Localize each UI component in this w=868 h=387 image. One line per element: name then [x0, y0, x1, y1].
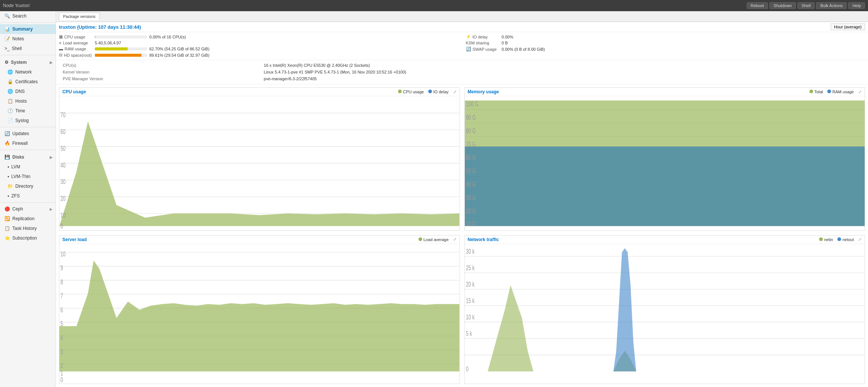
sidebar-certs-label: Certificates — [15, 79, 38, 84]
cpu-chart-zoom[interactable]: ⤢ — [453, 90, 457, 94]
cpu-usage-stat: ▦ CPU usage 0.00% of 16 CPU(s) — [59, 34, 458, 40]
network-chart-zoom[interactable]: ⤢ — [858, 237, 862, 242]
sidebar-item-firewall[interactable]: 🔥 Firewall — [0, 138, 56, 148]
kernel-label: Kernel Version — [61, 69, 262, 75]
netin-dot — [819, 237, 823, 241]
svg-text:10 k: 10 k — [466, 313, 475, 321]
stats-right-col: ⚡ IO delay 0.00% KSM sharing 0 B 🔄 SWAP … — [466, 34, 865, 58]
svg-text:20 G: 20 G — [466, 207, 476, 215]
svg-text:30: 30 — [60, 178, 66, 185]
server-load-zoom[interactable]: ⤢ — [453, 237, 457, 242]
load-avg-value: 5.40,5.06,4.97 — [95, 41, 458, 45]
time-selector-button[interactable]: Hour (average) — [831, 24, 865, 30]
sidebar-lvm-label: LVM — [11, 164, 20, 169]
tab-package-versions[interactable]: Package versions — [59, 13, 100, 20]
sidebar-item-directory[interactable]: 📁 Directory — [0, 181, 56, 191]
svg-text:15 k: 15 k — [466, 297, 475, 305]
reboot-button[interactable]: Reboot — [747, 2, 768, 9]
sidebar-item-summary[interactable]: 📊 Summary — [0, 24, 56, 34]
cpu-chart-title: CPU usage — [62, 89, 86, 94]
page-title: truxton (Uptime: 107 days 11:30:44) — [59, 24, 141, 30]
ram-usage-area — [465, 147, 865, 226]
cpu-chart-legend: CPU usage IO delay ⤢ — [398, 90, 456, 94]
sidebar-separator-4 — [0, 150, 56, 150]
shutdown-button[interactable]: Shutdown — [769, 2, 796, 9]
syslog-icon: 📄 — [7, 118, 13, 123]
system-icon: ⚙ — [4, 60, 9, 65]
server-load-title: Server load — [62, 237, 87, 242]
sidebar-item-updates[interactable]: 🔄 Updates — [0, 129, 56, 138]
swap-value: 0.00% (0 B of 8.00 GiB) — [502, 47, 865, 52]
zfs-icon: ▪ — [7, 193, 9, 199]
help-button[interactable]: Help — [848, 2, 865, 9]
netin-legend: netin — [819, 237, 833, 242]
cpu-usage-bar-container — [95, 35, 147, 38]
cpu-chart-body: 70 60 50 40 30 20 10 0 2022-12-19 00:49:… — [59, 96, 460, 230]
sidebar-item-ceph[interactable]: 🔴 Ceph ▶ — [0, 204, 56, 214]
sidebar-item-shell[interactable]: >_ Shell — [0, 44, 56, 53]
server-load-header: Server load Load average ⤢ — [59, 235, 460, 244]
memory-chart-panel: Memory usage Total RAM usage ⤢ — [464, 87, 865, 231]
sidebar-item-time[interactable]: 🕐 Time — [0, 106, 56, 116]
svg-text:8: 8 — [60, 278, 63, 285]
memory-chart-svg: 100 G 90 G 80 G 70 G 60 G 50 G 40 G 30 G… — [465, 96, 865, 230]
io-delay-label: ⚡ IO delay — [466, 34, 500, 39]
ram-legend: RAM usage — [827, 90, 854, 94]
sidebar-item-network[interactable]: 🌐 Network — [0, 67, 56, 77]
io-icon: ⚡ — [466, 34, 471, 39]
svg-text:30 G: 30 G — [466, 194, 476, 202]
sidebar-hosts-label: Hosts — [15, 99, 27, 104]
shell-button[interactable]: Shell — [797, 2, 815, 9]
bulk-actions-button[interactable]: Bulk Actions — [816, 2, 847, 9]
sidebar-item-zfs[interactable]: ▪ ZFS — [0, 191, 56, 201]
ram-legend-dot — [827, 90, 831, 93]
sidebar-item-search[interactable]: 🔍 Search — [0, 11, 56, 21]
hosts-icon: 📋 — [7, 99, 13, 104]
hd-space-stat: ⊟ HD space(root) 89.61% (29.54 GiB of 32… — [59, 52, 458, 58]
svg-text:5: 5 — [60, 320, 63, 328]
network-chart-header: Network traffic netin netout ⤢ — [465, 235, 865, 244]
sidebar-lvmthin-label: LVM-Thin — [11, 174, 30, 179]
sidebar-zfs-label: ZFS — [11, 193, 20, 199]
svg-text:20 k: 20 k — [466, 281, 475, 288]
io-legend-dot: IO delay — [428, 90, 448, 94]
network-icon: 🌐 — [7, 69, 13, 75]
sidebar-item-hosts[interactable]: 📋 Hosts — [0, 96, 56, 106]
svg-text:2: 2 — [60, 362, 63, 369]
sidebar-item-certificates[interactable]: 🔒 Certificates — [0, 77, 56, 87]
sidebar-notes-label: Notes — [12, 36, 24, 41]
sidebar-updates-label: Updates — [12, 131, 29, 136]
sidebar-item-lvmthin[interactable]: ▪ LVM-Thin — [0, 172, 56, 181]
server-load-legend: Load average ⤢ — [419, 237, 456, 242]
lvmthin-icon: ▪ — [7, 174, 9, 179]
network-chart-body: 30 k 25 k 20 k 15 k 10 k 5 k 0 — [465, 244, 865, 384]
summary-icon: 📊 — [4, 26, 10, 32]
kernel-value: Linux 5.4.73-1-pve #1 SMP PVE 5.4.73-1 (… — [262, 69, 863, 75]
memory-chart-zoom[interactable]: ⤢ — [858, 90, 862, 94]
subscription-icon: ⭐ — [4, 235, 10, 241]
ksm-label: KSM sharing — [466, 41, 500, 45]
sidebar-item-task-history[interactable]: 📋 Task History — [0, 224, 56, 233]
replication-icon: 🔁 — [4, 216, 10, 221]
svg-text:100 G: 100 G — [466, 100, 478, 108]
content-area: Package versions truxton (Uptime: 107 da… — [56, 11, 868, 387]
pve-row: PVE Manager Version pve-manager/6.3-2/22… — [61, 76, 863, 82]
disks-expand-icon: ▶ — [50, 155, 53, 159]
memory-chart-legend: Total RAM usage ⤢ — [809, 90, 862, 94]
svg-text:20: 20 — [60, 195, 66, 202]
sidebar-item-disks[interactable]: 💾 Disks ▶ — [0, 152, 56, 162]
system-info-table: CPU(s) 16 x Intel(R) Xeon(R) CPU E5530 @… — [60, 62, 864, 82]
sidebar-item-subscription[interactable]: ⭐ Subscription — [0, 233, 56, 243]
sidebar-item-lvm[interactable]: ▪ LVM — [0, 162, 56, 172]
sidebar-item-syslog[interactable]: 📄 Syslog — [0, 116, 56, 125]
memory-chart-header: Memory usage Total RAM usage ⤢ — [465, 88, 865, 96]
sidebar-item-dns[interactable]: 🌐 DNS — [0, 87, 56, 96]
svg-text:50: 50 — [60, 144, 66, 152]
sidebar-item-system[interactable]: ⚙ System ▶ — [0, 57, 56, 67]
svg-text:40 G: 40 G — [466, 181, 476, 188]
sidebar-item-replication[interactable]: 🔁 Replication — [0, 214, 56, 224]
sidebar-item-notes[interactable]: 📝 Notes — [0, 34, 56, 44]
pve-value: pve-manager/6.3-2/22f57405 — [262, 76, 863, 82]
hd-space-bar — [95, 54, 141, 57]
pve-label: PVE Manager Version — [61, 76, 262, 82]
